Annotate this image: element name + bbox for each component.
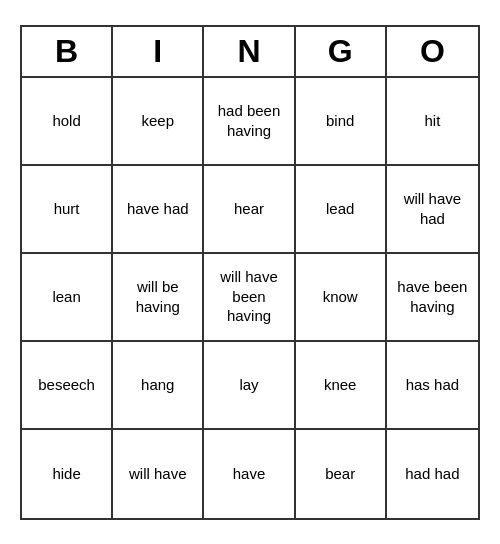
bingo-cell: had had <box>387 430 478 518</box>
bingo-card: BINGO holdkeephad been havingbindhithurt… <box>20 25 480 520</box>
bingo-cell: hold <box>22 78 113 166</box>
bingo-cell: hang <box>113 342 204 430</box>
bingo-cell: hurt <box>22 166 113 254</box>
bingo-cell: have <box>204 430 295 518</box>
bingo-cell: lead <box>296 166 387 254</box>
bingo-cell: hear <box>204 166 295 254</box>
bingo-cell: hide <box>22 430 113 518</box>
bingo-cell: lay <box>204 342 295 430</box>
bingo-cell: keep <box>113 78 204 166</box>
header-letter: G <box>296 27 387 76</box>
header-letter: N <box>204 27 295 76</box>
header-letter: O <box>387 27 478 76</box>
bingo-cell: bind <box>296 78 387 166</box>
bingo-cell: know <box>296 254 387 342</box>
bingo-cell: will have been having <box>204 254 295 342</box>
bingo-cell: have had <box>113 166 204 254</box>
header-letter: B <box>22 27 113 76</box>
header-letter: I <box>113 27 204 76</box>
bingo-cell: knee <box>296 342 387 430</box>
bingo-cell: have been having <box>387 254 478 342</box>
bingo-cell: will have <box>113 430 204 518</box>
bingo-cell: had been having <box>204 78 295 166</box>
bingo-header: BINGO <box>22 27 478 78</box>
bingo-cell: beseech <box>22 342 113 430</box>
bingo-cell: lean <box>22 254 113 342</box>
bingo-cell: bear <box>296 430 387 518</box>
bingo-cell: will be having <box>113 254 204 342</box>
bingo-cell: has had <box>387 342 478 430</box>
bingo-cell: will have had <box>387 166 478 254</box>
bingo-cell: hit <box>387 78 478 166</box>
bingo-grid: holdkeephad been havingbindhithurthave h… <box>22 78 478 518</box>
